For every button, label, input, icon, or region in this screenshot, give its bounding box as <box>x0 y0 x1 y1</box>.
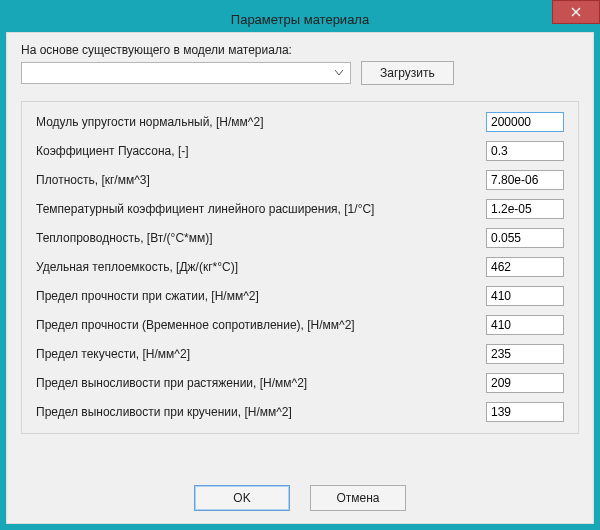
client-area: На основе существующего в модели материа… <box>6 32 594 524</box>
fatigue-torsion-field[interactable] <box>486 402 564 422</box>
window-title: Параметры материала <box>6 12 594 27</box>
dialog-window: Параметры материала На основе существующ… <box>0 0 600 530</box>
thermal-expansion-field[interactable] <box>486 199 564 219</box>
source-material-combo[interactable] <box>21 62 351 84</box>
param-label: Предел выносливости при кручении, [Н/мм^… <box>36 405 302 419</box>
ok-button[interactable]: OK <box>194 485 290 511</box>
source-row: Загрузить <box>21 61 579 85</box>
close-icon <box>571 7 581 17</box>
source-section: На основе существующего в модели материа… <box>21 43 579 85</box>
poisson-ratio-field[interactable] <box>486 141 564 161</box>
fatigue-tension-field[interactable] <box>486 373 564 393</box>
param-row-compressive-strength: Предел прочности при сжатии, [Н/мм^2] <box>36 286 564 306</box>
source-label: На основе существующего в модели материа… <box>21 43 579 57</box>
param-label: Удельная теплоемкость, [Дж/(кг*°C)] <box>36 260 248 274</box>
param-row-fatigue-tension: Предел выносливости при растяжении, [Н/м… <box>36 373 564 393</box>
param-row-thermal-expansion: Температурный коэффициент линейного расш… <box>36 199 564 219</box>
titlebar: Параметры материала <box>6 6 594 32</box>
param-label: Коэффициент Пуассона, [-] <box>36 144 199 158</box>
density-field[interactable] <box>486 170 564 190</box>
thermal-conductivity-field[interactable] <box>486 228 564 248</box>
param-label: Предел прочности (Временное сопротивлени… <box>36 318 365 332</box>
ultimate-strength-field[interactable] <box>486 315 564 335</box>
param-row-density: Плотность, [кг/мм^3] <box>36 170 564 190</box>
param-row-yield-strength: Предел текучести, [Н/мм^2] <box>36 344 564 364</box>
param-label: Модуль упругости нормальный, [Н/мм^2] <box>36 115 273 129</box>
param-row-specific-heat: Удельная теплоемкость, [Дж/(кг*°C)] <box>36 257 564 277</box>
param-row-poisson: Коэффициент Пуассона, [-] <box>36 141 564 161</box>
specific-heat-field[interactable] <box>486 257 564 277</box>
param-row-fatigue-torsion: Предел выносливости при кручении, [Н/мм^… <box>36 402 564 422</box>
param-label: Плотность, [кг/мм^3] <box>36 173 160 187</box>
param-label: Предел выносливости при растяжении, [Н/м… <box>36 376 317 390</box>
elastic-modulus-field[interactable] <box>486 112 564 132</box>
param-label: Теплопроводность, [Вт/(°C*мм)] <box>36 231 223 245</box>
param-row-ultimate-strength: Предел прочности (Временное сопротивлени… <box>36 315 564 335</box>
cancel-button[interactable]: Отмена <box>310 485 406 511</box>
param-label: Предел текучести, [Н/мм^2] <box>36 347 200 361</box>
yield-strength-field[interactable] <box>486 344 564 364</box>
param-label: Предел прочности при сжатии, [Н/мм^2] <box>36 289 269 303</box>
dialog-buttons: OK Отмена <box>21 473 579 511</box>
load-button[interactable]: Загрузить <box>361 61 454 85</box>
param-label: Температурный коэффициент линейного расш… <box>36 202 384 216</box>
chevron-down-icon <box>331 65 347 81</box>
param-row-elastic-modulus: Модуль упругости нормальный, [Н/мм^2] <box>36 112 564 132</box>
parameters-group: Модуль упругости нормальный, [Н/мм^2] Ко… <box>21 101 579 434</box>
param-row-thermal-conductivity: Теплопроводность, [Вт/(°C*мм)] <box>36 228 564 248</box>
close-button[interactable] <box>552 0 600 24</box>
compressive-strength-field[interactable] <box>486 286 564 306</box>
